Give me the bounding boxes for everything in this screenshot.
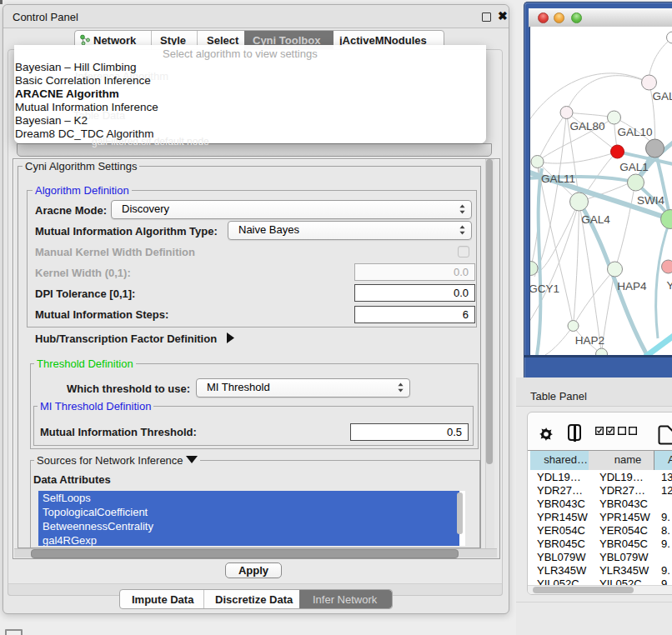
svg-text:GAL80: GAL80	[569, 120, 604, 132]
svg-text:GAL11: GAL11	[540, 172, 574, 185]
svg-text:SWI4: SWI4	[636, 194, 664, 207]
svg-text:GAL4: GAL4	[581, 213, 610, 226]
svg-text:Y: Y	[666, 279, 672, 292]
svg-text:GCY1: GCY1	[530, 282, 559, 295]
svg-text:HAP2: HAP2	[574, 334, 604, 347]
svg-text:GAL10: GAL10	[617, 126, 652, 138]
svg-text:GAL: GAL	[652, 90, 672, 102]
svg-text:GAL1: GAL1	[619, 161, 649, 173]
svg-text:HAP4: HAP4	[617, 280, 647, 292]
